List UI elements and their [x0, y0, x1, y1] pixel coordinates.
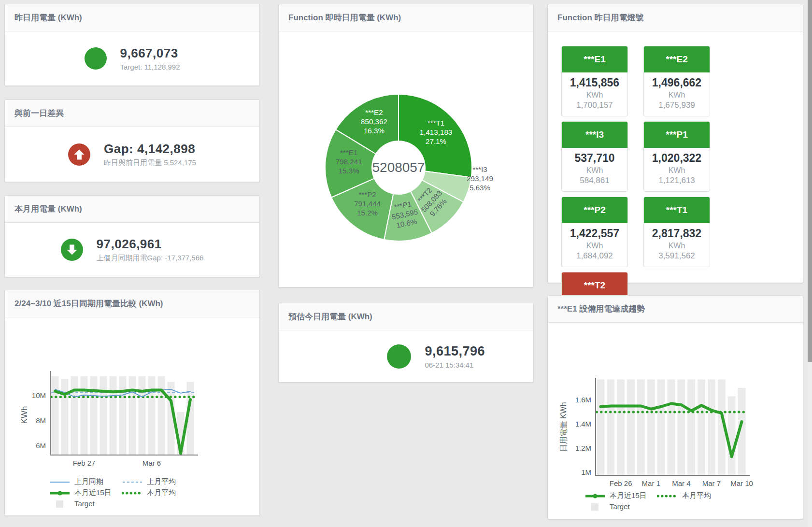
light-tile: ***P11,020,322KWh1,121,613	[643, 121, 710, 192]
panel-title[interactable]: 本月用電量 (KWh)	[14, 203, 82, 214]
legend-label: Target	[74, 499, 95, 508]
target-bar	[668, 380, 675, 476]
light-tile-target: 584,861	[564, 176, 626, 185]
stat-body: 9,667,073 Target: 11,128,992	[5, 31, 259, 85]
status-circle-icon	[387, 344, 411, 369]
x-tick-label: Feb 27	[73, 459, 96, 467]
target-bar	[119, 376, 127, 455]
legend-swatch-icon	[657, 492, 678, 500]
light-tile-value: 537,710	[564, 152, 626, 165]
light-tile-value: 1,415,856	[564, 76, 626, 89]
target-bar	[698, 380, 705, 476]
light-tile-status-header: ***T1	[644, 197, 710, 223]
donut-label-line: 5.63%	[470, 184, 490, 192]
legend-item-dash[interactable]: 上月平均	[122, 477, 194, 486]
y-tick-label: 8M	[36, 416, 46, 425]
stat-value: 9,615,796	[425, 344, 485, 359]
stat-subtitle: Target: 11,128,992	[120, 63, 180, 71]
light-tile-target: 1,700,157	[564, 100, 626, 110]
light-tile-status-header: ***E2	[644, 46, 710, 72]
panel-title[interactable]: Function 即時日用電量 (KWh)	[288, 12, 401, 23]
legend-row: Target	[49, 499, 194, 508]
panel-header: Function 昨日用電燈號	[548, 4, 803, 31]
stat-subtitle: 昨日與前日用電量 5,524,175	[104, 158, 196, 168]
y-axis-label: KWh	[20, 406, 29, 424]
light-tile-unit: KWh	[564, 242, 626, 250]
light-tile-status-header: ***I3	[562, 122, 627, 148]
target-bar	[90, 376, 98, 455]
light-tile: ***E21,496,662KWh1,675,939	[643, 46, 710, 116]
panel-title[interactable]: 預估今日用電量 (KWh)	[288, 311, 372, 322]
legend-label: 本月近15日	[610, 491, 647, 500]
y-tick-label: 6M	[36, 442, 46, 450]
light-tile-body: 1,496,662KWh1,675,939	[644, 72, 710, 116]
light-tile: ***I3537,710KWh584,861	[561, 121, 628, 192]
legend-label: Target	[610, 502, 630, 511]
target-bar	[148, 376, 156, 455]
light-tile-value: 1,496,662	[646, 76, 708, 89]
panel-header: 預估今日用電量 (KWh)	[279, 303, 533, 330]
legend-swatch-icon	[584, 492, 606, 500]
panel-compare-chart: 2/24~3/10 近15日同期用電量比較 (KWh) 6M8M10MFeb 2…	[4, 290, 260, 516]
legend-swatch-icon	[49, 478, 71, 486]
legend-item-line[interactable]: 上月同期	[49, 477, 122, 486]
legend-item-thick[interactable]: 本月近15日	[49, 488, 122, 498]
light-tile-unit: KWh	[646, 166, 708, 175]
panel-title[interactable]: 昨日用電量 (KWh)	[14, 12, 82, 23]
target-bar	[129, 376, 136, 455]
light-tile-body: 2,817,832KWh3,591,562	[644, 223, 710, 267]
x-tick-label: Mar 4	[672, 479, 690, 487]
legend-item-square[interactable]: Target	[49, 499, 122, 508]
target-bar	[139, 376, 146, 455]
x-tick-label: Mar 6	[142, 459, 161, 467]
legend-item-dots[interactable]: 本月平均	[122, 488, 194, 498]
panel-header: ***E1 設備用電達成趨勢	[548, 296, 803, 323]
donut-label-line: 15.3%	[339, 167, 359, 175]
panel-e1-trend: ***E1 設備用電達成趨勢 1M1.2M1.4M1.6MFeb 26Mar 1…	[547, 295, 803, 519]
legend-item-square[interactable]: Target	[584, 502, 657, 511]
stat-body: 97,026,961 上個月同期用電Gap: -17,377,566	[5, 223, 259, 277]
light-tile-status-header: ***P2	[562, 197, 627, 223]
target-bar	[100, 376, 107, 455]
panel-title[interactable]: 2/24~3/10 近15日同期用電量比較 (KWh)	[14, 298, 163, 309]
legend-row: 本月近15日本月平均	[584, 491, 729, 500]
panel-header: 本月用電量 (KWh)	[5, 196, 259, 223]
e1-trend-chart: 1M1.2M1.4M1.6MFeb 26Mar 1Mar 4Mar 7Mar 1…	[548, 323, 802, 518]
light-tile-unit: KWh	[564, 166, 626, 175]
y-tick-label: 1M	[581, 468, 591, 476]
panel-title[interactable]: 與前一日差異	[14, 108, 64, 119]
light-tile-unit: KWh	[646, 242, 708, 250]
panel-title[interactable]: ***E1 設備用電達成趨勢	[557, 303, 645, 314]
stat-text: 9,615,796 06-21 15:34:41	[425, 344, 485, 369]
legend-item-thick[interactable]: 本月近15日	[584, 491, 657, 500]
stat-body: 9,615,796 06-21 15:34:41	[279, 330, 533, 382]
light-tile-status-header: ***E1	[562, 46, 627, 72]
legend-square	[591, 503, 598, 511]
donut-label-line: 16.3%	[364, 127, 385, 135]
scrollbar-thumb[interactable]	[808, 0, 812, 362]
e1-legend: 本月近15日本月平均Target	[584, 491, 729, 511]
legend-row: 上月同期上月平均	[49, 477, 194, 486]
card-month-usage: 本月用電量 (KWh) 97,026,961 上個月同期用電Gap: -17,3…	[4, 195, 260, 277]
legend-thick-dot	[58, 491, 62, 495]
x-tick-label: Mar 7	[702, 479, 721, 487]
legend-swatch-icon	[122, 489, 143, 497]
stat-subtitle: 上個月同期用電Gap: -17,377,566	[97, 254, 204, 263]
donut-center-total: 5208057	[372, 160, 425, 175]
target-bar	[728, 397, 736, 476]
panel-title[interactable]: Function 昨日用電燈號	[557, 12, 643, 23]
legend-swatch-icon	[584, 503, 606, 511]
light-tile-value: 1,020,322	[646, 152, 708, 165]
light-tile: ***T12,817,832KWh3,591,562	[643, 197, 710, 267]
light-tile: ***P21,422,557KWh1,684,092	[561, 197, 628, 267]
scrollbar-track[interactable]	[808, 0, 812, 527]
target-bar	[158, 376, 165, 455]
y-axis-label: 日用電量 KWh	[559, 402, 568, 452]
y-tick-label: 1.4M	[575, 420, 591, 428]
donut-label-line: ***I3	[472, 165, 487, 173]
legend-item-dots[interactable]: 本月平均	[657, 491, 729, 500]
panel-yesterday-lights: Function 昨日用電燈號 ***E11,415,856KWh1,700,1…	[547, 4, 803, 283]
donut-label-line: 293,149	[467, 174, 493, 183]
light-tile-target: 3,591,562	[646, 251, 708, 261]
legend-label: 本月近15日	[74, 488, 112, 498]
